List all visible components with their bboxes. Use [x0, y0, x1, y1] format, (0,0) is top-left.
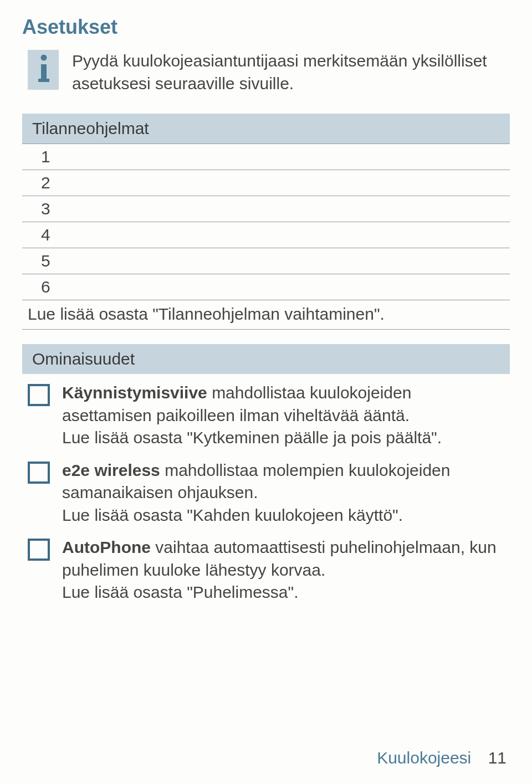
programs-list: 1 2 3 4 5 6 — [22, 144, 510, 300]
checkbox-icon[interactable] — [28, 539, 50, 561]
checkbox-icon[interactable] — [28, 462, 50, 484]
feature-name: e2e wireless — [62, 461, 160, 479]
feature-item: Käynnistymisviive mahdollistaa kuulokoje… — [28, 382, 504, 449]
page-title: Asetukset — [22, 16, 510, 39]
page-footer: Kuulokojeesi 11 — [377, 749, 507, 767]
info-icon — [28, 50, 59, 90]
footer-section-label: Kuulokojeesi — [377, 749, 471, 767]
program-row: 3 — [22, 196, 510, 222]
program-row: 2 — [22, 170, 510, 196]
feature-readmore: Lue lisää osasta "Kahden kuulokojeen käy… — [62, 506, 403, 524]
feature-readmore: Lue lisää osasta "Puhelimessa". — [62, 583, 299, 601]
program-row: 1 — [22, 144, 510, 170]
feature-name: AutoPhone — [62, 538, 151, 556]
features-list: Käynnistymisviive mahdollistaa kuulokoje… — [22, 374, 510, 604]
feature-item: e2e wireless mahdollistaa molempien kuul… — [28, 459, 504, 527]
program-row: 5 — [22, 248, 510, 274]
page-number: 11 — [488, 749, 507, 767]
feature-text: e2e wireless mahdollistaa molempien kuul… — [62, 459, 504, 527]
programs-note: Lue lisää osasta "Tilanneohjelman vaihta… — [22, 300, 510, 330]
programs-header: Tilanneohjelmat — [22, 114, 510, 144]
program-row: 4 — [22, 222, 510, 248]
feature-name: Käynnistymisviive — [62, 383, 207, 402]
feature-item: AutoPhone vaihtaa automaattisesti puheli… — [28, 536, 504, 604]
feature-text: AutoPhone vaihtaa automaattisesti puheli… — [62, 536, 504, 604]
checkbox-icon[interactable] — [28, 384, 50, 406]
info-callout: Pyydä kuulokojeasiantuntijaasi merkitsem… — [22, 50, 510, 95]
feature-readmore: Lue lisää osasta "Kytkeminen päälle ja p… — [62, 428, 442, 447]
feature-text: Käynnistymisviive mahdollistaa kuulokoje… — [62, 382, 504, 449]
program-row: 6 — [22, 274, 510, 300]
features-header: Ominaisuudet — [22, 344, 510, 374]
info-text: Pyydä kuulokojeasiantuntijaasi merkitsem… — [72, 50, 510, 95]
svg-point-0 — [41, 55, 47, 61]
